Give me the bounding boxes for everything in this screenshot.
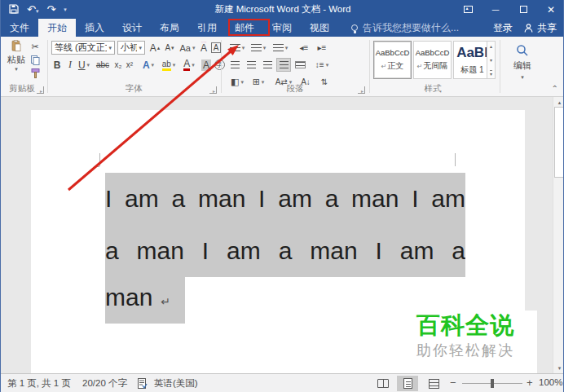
watermark: 百科全说 助你轻松解决 — [394, 311, 537, 373]
bold-button[interactable]: B — [51, 58, 63, 72]
margin-cropmark-left-h — [94, 166, 99, 167]
read-mode-button[interactable] — [372, 376, 394, 391]
ribbon-display-options-button[interactable] — [454, 0, 482, 19]
print-layout-button[interactable] — [397, 376, 418, 391]
change-case-button[interactable]: Aa — [178, 41, 196, 55]
editing-caret-icon: ▾ — [521, 74, 524, 81]
zoom-slider[interactable] — [462, 383, 522, 384]
format-painter-icon[interactable] — [29, 66, 42, 80]
font-dialog-launcher[interactable] — [209, 86, 217, 94]
tell-me-box[interactable]: 告诉我您想要做什么... — [351, 19, 459, 37]
font-size-value: 小初 — [121, 42, 137, 54]
lightbulb-icon — [351, 24, 358, 31]
editing-button[interactable]: 编辑 ▾ — [505, 41, 540, 83]
style-no-spacing[interactable]: AaBbCcD ↵无间隔 — [413, 41, 452, 79]
print-layout-icon — [403, 378, 412, 389]
enclose-characters-button[interactable]: 字 — [213, 58, 226, 72]
zoom-percentage[interactable]: 100% — [539, 377, 562, 387]
word-count[interactable]: 20/20 个字 — [82, 377, 127, 390]
status-bar: 第 1 页, 共 1 页 20/20 个字 英语(美国) − + 100% — [1, 373, 564, 392]
line-spacing-button[interactable]: ↕≡ — [312, 58, 332, 72]
tab-references[interactable]: 引用 — [188, 19, 226, 37]
align-center-button[interactable] — [244, 58, 258, 72]
cut-icon[interactable]: ✂ — [29, 40, 42, 54]
share-button[interactable]: 共享 — [524, 21, 557, 35]
clipboard-dialog-launcher[interactable] — [37, 86, 44, 94]
margin-cropmark-left — [99, 153, 100, 166]
style-mark-icon: ↵ — [417, 63, 423, 70]
style-heading1[interactable]: AaBI 标题 1 — [453, 41, 491, 79]
styles-gallery-more-icon[interactable]: ▾ — [490, 70, 492, 77]
vertical-scrollbar[interactable]: ▴ ▾ — [553, 97, 564, 373]
numbering-button[interactable] — [249, 41, 268, 55]
paragraph-mark-icon: ↵ — [161, 295, 170, 308]
tab-design[interactable]: 设计 — [113, 19, 151, 37]
scrollbar-thumb[interactable] — [554, 107, 564, 178]
styles-gallery-scroll[interactable]: ▴ ▾ ▾ — [487, 41, 496, 79]
font-size-combobox[interactable]: 小初 — [117, 41, 145, 55]
bullets-button[interactable] — [227, 41, 247, 55]
zoom-slider-thumb[interactable] — [491, 379, 494, 388]
font-name-combobox[interactable]: 等线 (西文正文 — [51, 41, 115, 55]
document-text-line[interactable]: a man I am a man I am a — [105, 225, 465, 277]
close-button[interactable]: ✕ — [537, 0, 564, 19]
tab-mailings[interactable]: 邮件 — [226, 19, 263, 37]
shrink-font-button[interactable]: A▾ — [163, 41, 176, 55]
tab-home[interactable]: 开始 — [38, 19, 76, 37]
tab-insert[interactable]: 插入 — [76, 19, 113, 37]
grow-font-button[interactable]: A▴ — [148, 41, 161, 55]
maximize-button[interactable] — [509, 0, 537, 19]
text-highlight-button[interactable]: ab — [159, 58, 178, 72]
distribute-button[interactable] — [293, 58, 307, 72]
language-indicator[interactable]: 英语(美国) — [154, 377, 198, 390]
tab-layout[interactable]: 布局 — [151, 19, 188, 37]
styles-scroll-down-icon[interactable]: ▾ — [490, 57, 492, 63]
copy-icon[interactable] — [29, 53, 42, 67]
scroll-down-icon[interactable]: ▾ — [553, 363, 564, 373]
tab-review[interactable]: 审阅 — [263, 19, 301, 37]
watermark-title: 百科全说 — [394, 311, 537, 340]
web-layout-icon — [429, 379, 439, 389]
character-shading-button[interactable]: A — [200, 58, 213, 72]
margin-cropmark-right — [455, 153, 456, 166]
tab-file[interactable]: 文件 — [1, 19, 38, 37]
paste-button[interactable]: 粘贴 ▾ — [6, 40, 27, 73]
zoom-in-button[interactable]: + — [527, 377, 533, 389]
align-left-button[interactable] — [227, 58, 242, 72]
style-normal[interactable]: AaBbCcD ↵正文 — [373, 41, 412, 79]
text-effects-button[interactable]: A — [139, 58, 157, 72]
phonetic-guide-icon[interactable]: A — [198, 41, 209, 55]
superscript-button[interactable]: x² — [124, 58, 135, 72]
zoom-out-button[interactable]: − — [450, 377, 456, 389]
strikethrough-button[interactable]: abc — [94, 58, 112, 72]
minimize-button[interactable]: ─ — [482, 0, 509, 19]
style-no-spacing-name: 无间隔 — [423, 61, 447, 70]
web-layout-button[interactable] — [423, 376, 444, 391]
multilevel-list-button[interactable] — [270, 41, 291, 55]
styles-scroll-up-icon[interactable]: ▴ — [490, 43, 492, 49]
document-area: I am a man I am a man I am a man I am a … — [1, 97, 564, 373]
increase-indent-button[interactable]: ▸≡ — [314, 41, 330, 55]
decrease-indent-button[interactable]: ◂≡ — [296, 41, 312, 55]
italic-button[interactable]: I — [64, 58, 76, 72]
document-text-line[interactable]: man↵ — [105, 277, 185, 324]
ribbon-tab-bar: 文件 开始 插入 设计 布局 引用 邮件 审阅 视图 告诉我您想要做什么... … — [1, 19, 564, 37]
ribbon: 粘贴 ▾ ✂ 剪贴板 等线 (西文正文 小初 A▴ A▾ Aa A A B I … — [1, 37, 564, 97]
tab-view[interactable]: 视图 — [301, 19, 338, 37]
paragraph-dialog-launcher[interactable] — [358, 86, 365, 94]
collapse-ribbon-icon[interactable]: ⌃ — [552, 84, 558, 93]
style-normal-name: 正文 — [387, 61, 403, 70]
document-text-line[interactable]: I am a man I am a man I am — [105, 173, 465, 225]
font-name-value: 等线 (西文正文 — [55, 42, 107, 54]
read-mode-icon — [377, 379, 389, 388]
proofing-icon[interactable] — [138, 378, 148, 390]
search-icon — [516, 44, 529, 57]
sign-in-button[interactable]: 登录 — [493, 21, 513, 35]
align-right-button[interactable] — [260, 58, 275, 72]
justify-button[interactable] — [276, 58, 291, 72]
underline-button[interactable]: U — [76, 58, 92, 72]
style-heading1-name: 标题 1 — [460, 64, 483, 76]
subscript-button[interactable]: x₂ — [112, 58, 124, 72]
font-color-button[interactable]: A — [180, 58, 198, 72]
page-indicator[interactable]: 第 1 页, 共 1 页 — [7, 377, 71, 390]
